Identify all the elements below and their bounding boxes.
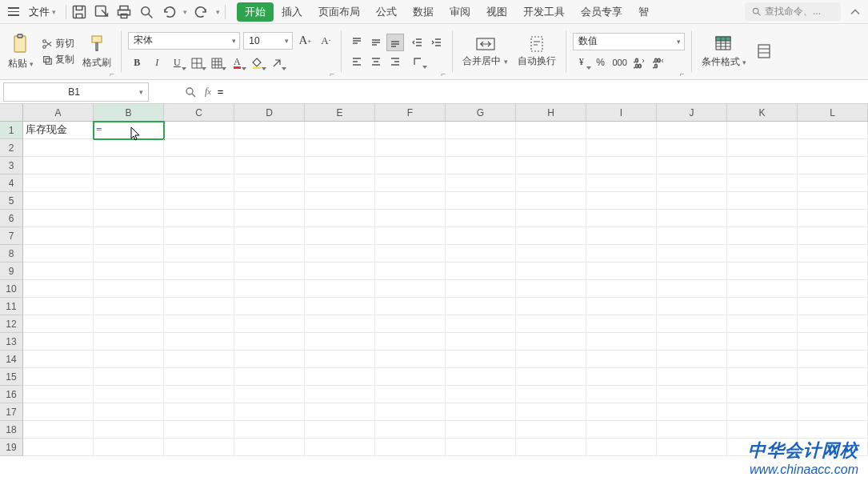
font-size-dropdown[interactable]: 10▾ [243, 32, 293, 50]
column-header[interactable]: L [798, 104, 868, 121]
cell[interactable] [23, 280, 94, 298]
cell[interactable] [727, 386, 798, 403]
cell[interactable] [94, 315, 164, 333]
column-header[interactable]: F [375, 104, 446, 121]
font-name-dropdown[interactable]: 宋体▾ [128, 32, 240, 50]
cell[interactable] [305, 157, 375, 174]
cell[interactable] [657, 368, 727, 386]
font-color-icon[interactable]: A [228, 54, 246, 72]
cells-area[interactable]: 库存现金= [23, 122, 868, 456]
cell[interactable] [446, 227, 516, 245]
cell[interactable] [446, 263, 516, 280]
cell[interactable] [305, 122, 375, 139]
cell[interactable] [164, 192, 234, 210]
cell[interactable] [798, 122, 868, 139]
cell[interactable] [516, 333, 586, 351]
tab-page-layout[interactable]: 页面布局 [310, 2, 368, 22]
cell[interactable] [375, 122, 446, 139]
cell[interactable] [164, 421, 234, 439]
cell[interactable] [234, 157, 305, 174]
cell[interactable] [234, 280, 305, 298]
cell[interactable] [586, 139, 657, 157]
cell[interactable] [657, 386, 727, 403]
cell[interactable] [164, 280, 234, 298]
cell[interactable] [94, 174, 164, 192]
cell[interactable] [516, 174, 586, 192]
cell[interactable] [727, 368, 798, 386]
undo-icon[interactable] [161, 4, 177, 20]
row-header[interactable]: 9 [0, 263, 22, 280]
cell[interactable] [23, 386, 94, 403]
cell[interactable] [94, 439, 164, 456]
cell[interactable] [657, 227, 727, 245]
cell[interactable] [375, 157, 446, 174]
cell[interactable] [375, 245, 446, 263]
cell[interactable] [164, 368, 234, 386]
column-header[interactable]: G [446, 104, 516, 121]
cell[interactable] [305, 174, 375, 192]
cell[interactable] [586, 421, 657, 439]
cell[interactable] [375, 403, 446, 421]
select-all-corner[interactable] [0, 104, 23, 122]
dialog-launcher-icon[interactable]: ⌐ [330, 70, 338, 78]
cell[interactable] [586, 403, 657, 421]
cell[interactable] [94, 386, 164, 403]
currency-icon[interactable]: ¥ [573, 54, 590, 71]
cell[interactable] [516, 245, 586, 263]
tab-developer[interactable]: 开发工具 [515, 2, 573, 22]
cell[interactable] [164, 386, 234, 403]
decrease-font-icon[interactable]: A- [317, 32, 334, 50]
cell[interactable] [234, 439, 305, 456]
cell[interactable] [798, 333, 868, 351]
cell[interactable] [164, 351, 234, 368]
cell[interactable] [727, 192, 798, 210]
cell[interactable] [375, 368, 446, 386]
cell[interactable] [164, 315, 234, 333]
cell[interactable] [234, 139, 305, 157]
name-box[interactable]: B1 ▾ [3, 82, 149, 102]
cell[interactable] [164, 333, 234, 351]
cell[interactable] [164, 210, 234, 227]
row-header[interactable]: 7 [0, 227, 22, 245]
cell[interactable] [164, 227, 234, 245]
row-header[interactable]: 3 [0, 157, 22, 174]
cell[interactable] [94, 298, 164, 315]
cell[interactable] [798, 421, 868, 439]
cell[interactable] [94, 227, 164, 245]
cell[interactable] [586, 280, 657, 298]
cell[interactable] [375, 298, 446, 315]
cell[interactable] [798, 157, 868, 174]
cell[interactable] [516, 315, 586, 333]
row-header[interactable]: 2 [0, 139, 22, 157]
cell[interactable] [727, 403, 798, 421]
cell[interactable] [164, 139, 234, 157]
cell[interactable] [657, 157, 727, 174]
tab-data[interactable]: 数据 [405, 2, 442, 22]
cell[interactable] [586, 386, 657, 403]
cell[interactable] [727, 263, 798, 280]
cell[interactable] [727, 298, 798, 315]
cell[interactable] [305, 227, 375, 245]
cell[interactable] [305, 333, 375, 351]
cell[interactable] [586, 227, 657, 245]
dialog-launcher-icon[interactable]: ⌐ [680, 70, 688, 78]
cell[interactable] [375, 139, 446, 157]
cell[interactable] [94, 192, 164, 210]
file-menu[interactable]: 文件 ▾ [24, 3, 61, 21]
cell[interactable] [798, 439, 868, 456]
cell[interactable] [586, 192, 657, 210]
increase-decimal-icon[interactable]: .0.00 [630, 54, 648, 71]
cell[interactable] [446, 122, 516, 139]
row-header[interactable]: 12 [0, 315, 22, 333]
cell[interactable] [798, 263, 868, 280]
cell[interactable] [23, 192, 94, 210]
cell[interactable] [657, 139, 727, 157]
chevron-down-icon[interactable]: ▾ [183, 8, 187, 16]
cell[interactable] [727, 210, 798, 227]
cell[interactable] [305, 280, 375, 298]
cell[interactable] [798, 386, 868, 403]
row-header[interactable]: 18 [0, 421, 22, 439]
cell[interactable] [798, 227, 868, 245]
align-top-icon[interactable] [348, 34, 366, 51]
cell[interactable] [305, 315, 375, 333]
